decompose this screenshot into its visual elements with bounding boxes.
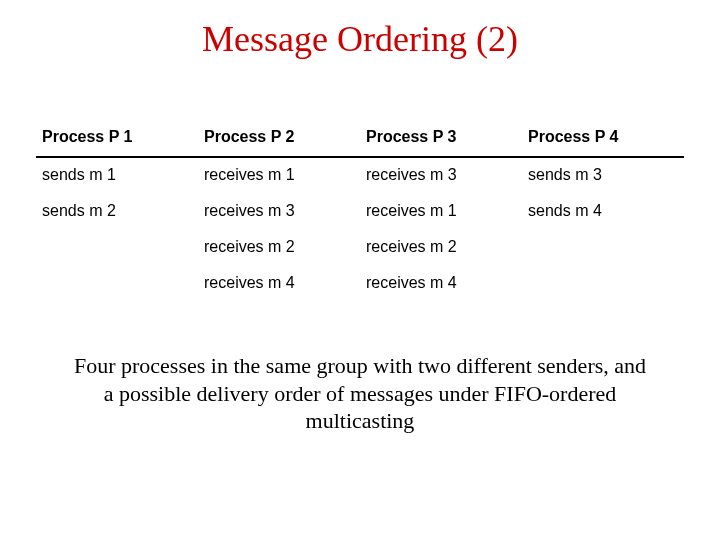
table-row: sends m 1 receives m 1 receives m 3 send…: [36, 157, 684, 194]
slide: { "title": "Message Ordering (2)", "tabl…: [0, 0, 720, 540]
cell: receives m 1: [360, 194, 522, 230]
ordering-table-container: Process P 1 Process P 2 Process P 3 Proc…: [0, 120, 720, 302]
table-row: receives m 4 receives m 4: [36, 266, 684, 302]
cell: receives m 4: [198, 266, 360, 302]
cell: receives m 1: [198, 157, 360, 194]
col-header-p2: Process P 2: [198, 120, 360, 157]
cell: sends m 2: [36, 194, 198, 230]
table-row: sends m 2 receives m 3 receives m 1 send…: [36, 194, 684, 230]
cell: sends m 4: [522, 194, 684, 230]
ordering-table: Process P 1 Process P 2 Process P 3 Proc…: [36, 120, 684, 302]
cell: sends m 1: [36, 157, 198, 194]
page-title: Message Ordering (2): [0, 0, 720, 60]
cell: receives m 2: [360, 230, 522, 266]
caption-text: Four processes in the same group with tw…: [0, 352, 720, 435]
cell: receives m 2: [198, 230, 360, 266]
table-row: receives m 2 receives m 2: [36, 230, 684, 266]
cell: receives m 3: [360, 157, 522, 194]
col-header-p4: Process P 4: [522, 120, 684, 157]
cell: [522, 266, 684, 302]
table-header-row: Process P 1 Process P 2 Process P 3 Proc…: [36, 120, 684, 157]
cell: [522, 230, 684, 266]
col-header-p3: Process P 3: [360, 120, 522, 157]
cell: [36, 266, 198, 302]
cell: receives m 4: [360, 266, 522, 302]
cell: [36, 230, 198, 266]
cell: receives m 3: [198, 194, 360, 230]
col-header-p1: Process P 1: [36, 120, 198, 157]
cell: sends m 3: [522, 157, 684, 194]
